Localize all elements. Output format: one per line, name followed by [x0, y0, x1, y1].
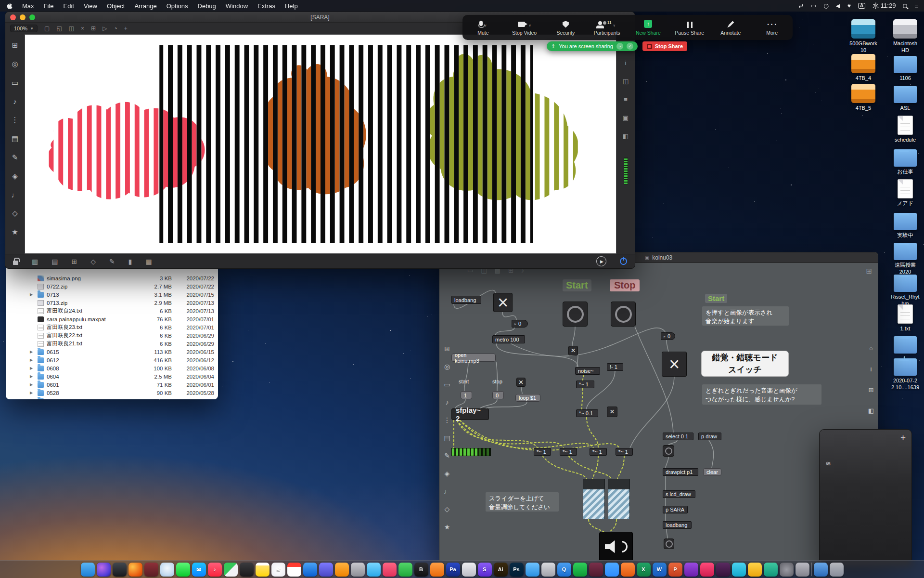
toolbar-icon[interactable]: ⊞ [869, 386, 874, 394]
toolbar-icon[interactable]: ◇ [12, 209, 18, 218]
toolbar-icon[interactable]: ▭ [444, 381, 450, 388]
chevron-up-icon[interactable]: ∨ [613, 24, 616, 27]
desktop-icon[interactable]: お仕事 [887, 147, 923, 175]
patcher-object[interactable]: 0 [661, 332, 675, 340]
patcher-object[interactable]: 1 [461, 391, 472, 399]
desktop-icon[interactable]: メアド [887, 179, 923, 207]
dock-app-icon[interactable] [367, 563, 381, 577]
patcher-object[interactable]: clear [703, 468, 721, 476]
toolbar-icon[interactable]: ◔ [114, 26, 117, 31]
patcher-object[interactable] [451, 448, 491, 456]
dock-app-icon[interactable] [383, 563, 397, 577]
patcher-object[interactable] [608, 479, 630, 519]
toolbar-icon[interactable]: i [625, 59, 627, 66]
patcher-object[interactable]: p SARA [663, 506, 688, 513]
toolbar-icon[interactable]: ▤ [12, 134, 18, 143]
disclosure-triangle-icon[interactable]: ▶ [30, 350, 33, 354]
dock-app-icon[interactable] [351, 563, 365, 577]
menu-item[interactable]: Options [167, 2, 188, 10]
dock-app-icon[interactable] [430, 563, 444, 577]
patcher-object[interactable] [607, 407, 617, 417]
patcher-object[interactable] [663, 445, 674, 457]
file-row[interactable]: ▶ 0608 100 KB 2020/06/08 [6, 364, 218, 372]
patcher-object[interactable]: select 0 1 [663, 433, 693, 440]
patcher-object[interactable]: Start [705, 294, 727, 303]
zoom-toolbar-button[interactable]: Annotate [710, 15, 752, 40]
status-icon[interactable]: ▭ [811, 3, 816, 9]
spotlight-search-icon[interactable] [903, 4, 907, 8]
patcher-object[interactable]: loadbang [663, 521, 692, 529]
dock-app-icon[interactable] [287, 563, 301, 577]
patcher-object[interactable]: Stop [610, 279, 640, 291]
patcher-object[interactable]: p draw [698, 433, 721, 440]
status-icon[interactable]: ⇄ [799, 3, 804, 9]
patcher-object[interactable]: *~ 1 [590, 448, 607, 456]
desktop-icon[interactable]: 4TB_5 [846, 84, 881, 112]
toolbar-icon[interactable]: ★ [12, 228, 18, 236]
window-controls[interactable] [10, 14, 35, 20]
dock-app-icon[interactable] [462, 563, 476, 577]
dock-app-icon[interactable] [144, 563, 158, 577]
toolbar-icon[interactable]: ◫ [69, 26, 74, 31]
toolbar-icon[interactable]: ♩ [12, 191, 19, 199]
shield-check-icon[interactable]: ✓ [627, 43, 633, 50]
toolbar-icon[interactable]: ✎ [12, 153, 18, 162]
toolbar-icon[interactable]: × [81, 26, 84, 31]
chevron-up-icon[interactable]: ∨ [529, 24, 531, 27]
patcher-object[interactable]: metro 100 [492, 335, 525, 343]
dock-app-icon[interactable]: X [637, 563, 651, 577]
toolbar-icon[interactable]: ▣ [623, 114, 629, 121]
dock-app-icon[interactable] [621, 563, 635, 577]
dock-app-icon[interactable] [573, 563, 587, 577]
toolbar-icon[interactable]: ♩ [444, 487, 450, 495]
close-button[interactable] [10, 14, 16, 20]
file-row[interactable]: ▶ 0615 113 KB 2020/06/15 [6, 348, 218, 356]
disclosure-triangle-icon[interactable]: ▶ [30, 292, 33, 297]
patcher-object[interactable]: open koinu.mp3 [451, 354, 496, 362]
toolbar-icon[interactable]: ⊞ [12, 41, 18, 50]
desktop-icon[interactable]: ASL [887, 84, 923, 112]
patcher-object[interactable] [493, 293, 513, 312]
menu-item[interactable]: Debug [198, 2, 216, 10]
patcher-object[interactable]: *~ 1 [576, 381, 594, 388]
patcher-object[interactable]: loop $1 [515, 394, 540, 402]
finder-file-list-window[interactable]: simasima.png 3 KB 2020/07/22 0722.zip 2.… [6, 265, 218, 399]
toolbar-icon[interactable]: ♪ [446, 398, 449, 406]
dock-app-icon[interactable] [716, 563, 730, 577]
toolbar-icon[interactable]: ◇ [90, 258, 96, 265]
toolbar-icon[interactable]: ◱ [56, 26, 62, 31]
patcher-object[interactable] [664, 539, 674, 549]
patcher-object[interactable]: !- 1 [607, 363, 623, 371]
file-row[interactable]: 富田咲良23.txt 6 KB 2020/07/01 [6, 323, 218, 331]
patcher-object[interactable]: *~ 1 [616, 448, 633, 456]
toolbar-icon[interactable]: ⊞ [444, 345, 450, 353]
dock-app-icon[interactable] [398, 563, 412, 577]
max-window-sara[interactable]: [SARA] 100%▼ ▢◱◫×⊞▷◔+ ⊞◎▭♪⋮▤✎◈♩◇★ ○i◫≡▣◧ [5, 12, 635, 269]
toolbar-icon[interactable]: ◧ [623, 132, 629, 140]
file-row[interactable]: simasima.png 3 KB 2020/07/22 [6, 274, 218, 282]
audio-power-button[interactable] [620, 258, 627, 265]
dock-app-icon[interactable]: Pa [446, 563, 460, 577]
patcher-object[interactable] [568, 346, 578, 355]
toolbar-icon[interactable]: ▷ [103, 26, 107, 31]
desktop-icon[interactable]: 2020-07-2 2 10....1639 [887, 356, 923, 391]
toolbar-icon[interactable]: ◎ [12, 60, 18, 68]
grid-icon[interactable]: ⊞ [866, 267, 872, 276]
toolbar-icon[interactable]: ▮ [128, 258, 132, 265]
dock-app-icon[interactable]: S [478, 563, 492, 577]
toolbar-icon[interactable]: ◧ [868, 407, 874, 414]
file-row[interactable]: ▶ 0601 71 KB 2020/06/01 [6, 381, 218, 389]
toolbar-icon[interactable]: ◈ [445, 470, 450, 477]
toolbar-icon[interactable]: ✎ [109, 258, 115, 265]
toolbar-icon[interactable]: ⊞ [91, 26, 96, 31]
file-row[interactable]: 富田咲良22.txt 6 KB 2020/06/29 [6, 331, 218, 340]
patcher-object[interactable]: loadbang [451, 296, 481, 304]
dock-app-icon[interactable] [113, 563, 127, 577]
disclosure-triangle-icon[interactable]: ▶ [30, 382, 33, 387]
toolbar-icon[interactable]: ≡ [624, 96, 628, 103]
zoom-toolbar-button[interactable]: ∨ Stop Video [504, 15, 545, 40]
dock-app-icon[interactable]: B [414, 563, 428, 577]
menu-item[interactable]: Max [22, 2, 34, 10]
toolbar-icon[interactable]: i [871, 366, 872, 373]
disclosure-triangle-icon[interactable]: ▶ [30, 366, 33, 370]
